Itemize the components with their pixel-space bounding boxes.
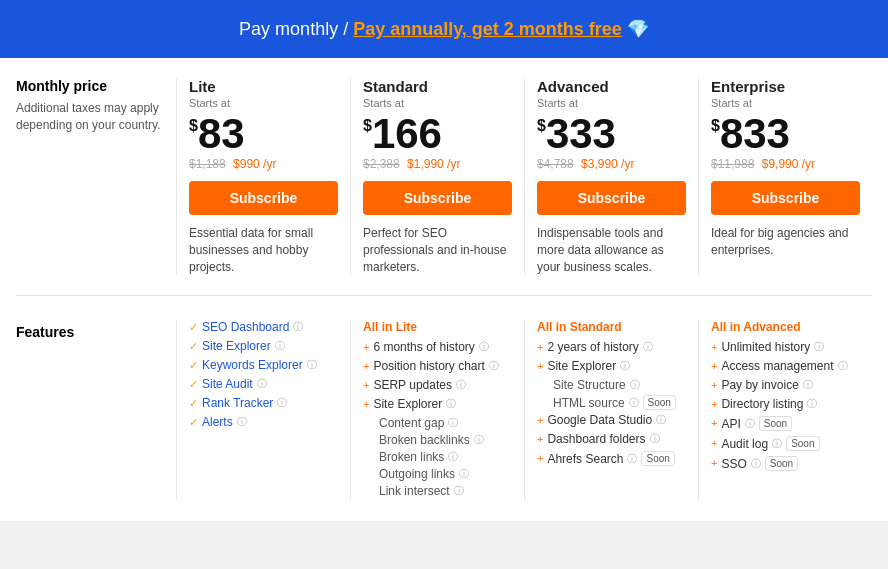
soon-badge: Soon [765, 456, 798, 471]
monthly-price-title: Monthly price [16, 78, 168, 94]
features-col-enterprise: All in Advanced + Unlimited history ⓘ + … [698, 320, 872, 501]
info-icon[interactable]: ⓘ [275, 339, 285, 353]
feature-unlimited-history: + Unlimited history ⓘ [711, 340, 860, 354]
feature-subitem: Broken backlinks ⓘ [379, 433, 512, 447]
plan-col-advanced: Advanced Starts at $ 333 $4,788 $3,990 /… [524, 78, 698, 275]
all-in-enterprise-label: All in Advanced [711, 320, 860, 334]
features-col-lite: ✓ SEO Dashboard ⓘ ✓ Site Explorer ⓘ ✓ Ke… [176, 320, 350, 501]
plan-name-standard: Standard [363, 78, 512, 95]
info-icon[interactable]: ⓘ [630, 378, 640, 392]
plan-col-enterprise: Enterprise Starts at $ 833 $11,988 $9,99… [698, 78, 872, 275]
plan-desc-standard: Perfect for SEO professionals and in-hou… [363, 225, 512, 275]
info-icon[interactable]: ⓘ [474, 433, 484, 447]
info-icon[interactable]: ⓘ [629, 396, 639, 410]
monthly-price-note: Additional taxes may apply depending on … [16, 100, 168, 134]
info-icon[interactable]: ⓘ [459, 467, 469, 481]
plan-desc-enterprise: Ideal for big agencies and enterprises. [711, 225, 860, 259]
feature-item: ✓ SEO Dashboard ⓘ [189, 320, 338, 334]
info-icon[interactable]: ⓘ [489, 359, 499, 373]
info-icon[interactable]: ⓘ [293, 320, 303, 334]
info-icon[interactable]: ⓘ [803, 378, 813, 392]
plan-col-standard: Standard Starts at $ 166 $2,388 $1,990 /… [350, 78, 524, 275]
info-icon[interactable]: ⓘ [456, 378, 466, 392]
plan-desc-lite: Essential data for small businesses and … [189, 225, 338, 275]
subscribe-btn-standard[interactable]: Subscribe [363, 181, 512, 215]
feature-item: + Dashboard folders ⓘ [537, 432, 686, 446]
info-icon[interactable]: ⓘ [751, 457, 761, 471]
feature-item: + 2 years of history ⓘ [537, 340, 686, 354]
info-icon[interactable]: ⓘ [643, 340, 653, 354]
soon-badge: Soon [643, 395, 676, 410]
feature-subitem: Link intersect ⓘ [379, 484, 512, 498]
feature-subitem: Outgoing links ⓘ [379, 467, 512, 481]
annual-link[interactable]: Pay annually, get 2 months free [353, 19, 622, 39]
feature-item: ✓ Alerts ⓘ [189, 415, 338, 429]
info-icon[interactable]: ⓘ [656, 413, 666, 427]
plan-name-enterprise: Enterprise [711, 78, 860, 95]
info-icon[interactable]: ⓘ [237, 415, 247, 429]
plan-col-lite: Lite Starts at $ 83 $1,188 $990 /yr Subs… [176, 78, 350, 275]
feature-subitem: Site Structure ⓘ [553, 378, 686, 392]
feature-item: ✓ Site Audit ⓘ [189, 377, 338, 391]
feature-item: ✓ Site Explorer ⓘ [189, 339, 338, 353]
all-in-advanced-label: All in Standard [537, 320, 686, 334]
feature-item: + Audit log ⓘ Soon [711, 436, 860, 451]
starts-at-advanced: Starts at [537, 97, 686, 109]
feature-item: ✓ Rank Tracker ⓘ [189, 396, 338, 410]
feature-item: + 6 months of history ⓘ [363, 340, 512, 354]
subscribe-btn-lite[interactable]: Subscribe [189, 181, 338, 215]
info-icon[interactable]: ⓘ [448, 450, 458, 464]
features-col-advanced: All in Standard + 2 years of history ⓘ +… [524, 320, 698, 501]
starts-at-enterprise: Starts at [711, 97, 860, 109]
info-icon[interactable]: ⓘ [838, 359, 848, 373]
feature-item: + API ⓘ Soon [711, 416, 860, 431]
plan-name-advanced: Advanced [537, 78, 686, 95]
starts-at-lite: Starts at [189, 97, 338, 109]
diamond-icon: 💎 [627, 18, 649, 40]
info-icon[interactable]: ⓘ [620, 359, 630, 373]
info-icon[interactable]: ⓘ [627, 452, 637, 466]
soon-badge: Soon [641, 451, 674, 466]
feature-item: + Site Explorer ⓘ [363, 397, 512, 411]
starts-at-standard: Starts at [363, 97, 512, 109]
subscribe-btn-advanced[interactable]: Subscribe [537, 181, 686, 215]
feature-item: + Access management ⓘ [711, 359, 860, 373]
price-label-col: Monthly price Additional taxes may apply… [16, 78, 176, 275]
subscribe-btn-enterprise[interactable]: Subscribe [711, 181, 860, 215]
info-icon[interactable]: ⓘ [814, 340, 824, 354]
soon-badge: Soon [786, 436, 819, 451]
feature-subitem: Broken links ⓘ [379, 450, 512, 464]
feature-item: + Position history chart ⓘ [363, 359, 512, 373]
features-label: Features [16, 320, 176, 501]
feature-item: ✓ Keywords Explorer ⓘ [189, 358, 338, 372]
pricing-table: Monthly price Additional taxes may apply… [16, 78, 872, 296]
feature-item: + Pay by invoice ⓘ [711, 378, 860, 392]
banner-prefix: Pay monthly / [239, 19, 353, 39]
info-icon[interactable]: ⓘ [307, 358, 317, 372]
feature-item: + Google Data Studio ⓘ [537, 413, 686, 427]
info-icon[interactable]: ⓘ [807, 397, 817, 411]
info-icon[interactable]: ⓘ [479, 340, 489, 354]
features-col-standard: All in Lite + 6 months of history ⓘ + Po… [350, 320, 524, 501]
features-table: Features ✓ SEO Dashboard ⓘ ✓ Site Explor… [16, 316, 872, 501]
info-icon[interactable]: ⓘ [257, 377, 267, 391]
feature-item: + SERP updates ⓘ [363, 378, 512, 392]
soon-badge: Soon [759, 416, 792, 431]
plan-name-lite: Lite [189, 78, 338, 95]
info-icon[interactable]: ⓘ [448, 416, 458, 430]
info-icon[interactable]: ⓘ [745, 417, 755, 431]
feature-item: + Site Explorer ⓘ [537, 359, 686, 373]
feature-item: + SSO ⓘ Soon [711, 456, 860, 471]
info-icon[interactable]: ⓘ [277, 396, 287, 410]
all-in-standard-label: All in Lite [363, 320, 512, 334]
info-icon[interactable]: ⓘ [454, 484, 464, 498]
info-icon[interactable]: ⓘ [446, 397, 456, 411]
feature-subitem: Content gap ⓘ [379, 416, 512, 430]
info-icon[interactable]: ⓘ [772, 437, 782, 451]
plan-desc-advanced: Indispensable tools and more data allowa… [537, 225, 686, 275]
feature-directory-listing: + Directory listing ⓘ [711, 397, 860, 411]
top-banner: Pay monthly / Pay annually, get 2 months… [0, 0, 888, 58]
feature-subitem: HTML source ⓘ Soon [553, 395, 686, 410]
info-icon[interactable]: ⓘ [650, 432, 660, 446]
main-content: Monthly price Additional taxes may apply… [0, 58, 888, 521]
